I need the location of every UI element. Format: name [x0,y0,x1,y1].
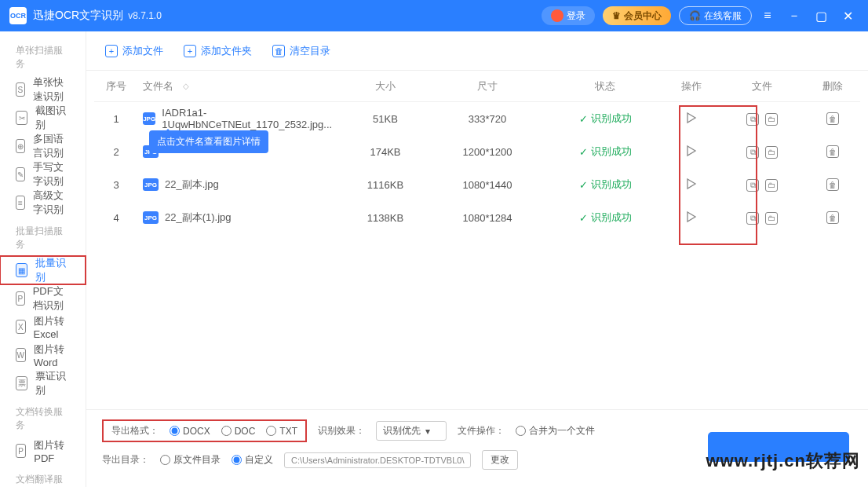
check-icon: ✓ [579,179,588,191]
sidebar-item[interactable]: S单张快速识别 [0,75,86,104]
sidebar-item[interactable]: ⊕多国语言识别 [0,132,86,160]
sidebar-item[interactable]: ▦批量识别 [0,256,86,284]
col-action: 操作 [664,79,719,93]
copy-icon[interactable]: ⧉ [746,212,759,225]
sidebar-item[interactable]: ≡高级文字识别 [0,189,86,217]
chevron-down-icon: ▾ [425,426,430,437]
cell-dim: 1080*1284 [429,212,546,224]
jpg-icon: JPG [143,211,159,224]
sidebar-item[interactable]: 票票证识别 [0,369,86,397]
sidebar-item[interactable]: X图片转Excel [0,313,86,341]
sidebar-item[interactable]: ✂截图识别 [0,104,86,132]
content: + 添加文件 + 添加文件夹 🗑 清空目录 序号 文件名 ◇ 大小 尺寸 [86,31,868,487]
menu-icon[interactable]: ≡ [757,9,779,23]
source-dir-radio[interactable]: 原文件目录 [160,453,221,467]
trash-icon: 🗑 [826,178,839,191]
svg-marker-3 [687,212,695,222]
sidebar-item-label: 截图识别 [35,104,70,132]
format-txt[interactable]: TXT [266,426,297,437]
sidebar-item[interactable]: ✎手写文字识别 [0,160,86,189]
add-file-button[interactable]: + 添加文件 [105,44,163,58]
folder-icon[interactable]: 🗀 [765,212,778,225]
svg-marker-2 [687,179,695,189]
sidebar-item-icon: ≡ [16,196,25,210]
sidebar-item[interactable]: P图片转PDF [0,437,86,465]
folder-icon[interactable]: 🗀 [765,179,778,192]
merge-radio[interactable]: 合并为一个文件 [516,424,595,438]
file-table: 序号 文件名 ◇ 大小 尺寸 状态 操作 文件 删除 1 JPG IADR1a1… [86,71,868,409]
check-icon: ✓ [579,113,588,125]
close-icon[interactable]: ✕ [837,9,859,24]
svg-marker-0 [687,113,695,123]
sidebar-item-label: 批量识别 [35,256,70,284]
file-op-label: 文件操作： [458,424,505,438]
sidebar-item[interactable]: W图片转Word [0,341,86,369]
sidebar-item-icon: P [16,444,26,458]
sidebar-item-label: PDF文档识别 [33,284,70,313]
cell-size: 1138KB [342,212,429,224]
custom-dir-radio[interactable]: 自定义 [232,453,273,467]
clear-list-button[interactable]: 🗑 清空目录 [272,44,330,58]
cell-action[interactable] [664,145,719,159]
sidebar-item-label: 图片转PDF [34,438,70,464]
vip-button[interactable]: ♛ 会员中心 [603,6,671,25]
cell-action[interactable] [664,211,719,225]
headset-icon: 🎧 [689,10,701,21]
sidebar-item-label: 单张快速识别 [33,75,70,104]
toolbar: + 添加文件 + 添加文件夹 🗑 清空目录 [86,31,868,71]
app-name: 迅捷OCR文字识别 [33,9,123,23]
col-index: 序号 [94,79,138,93]
cell-size: 174KB [342,146,429,158]
col-status: 状态 [546,79,664,93]
sidebar-group-header: 批量扫描服务 [0,217,86,256]
sidebar-item-label: 手写文字识别 [33,160,70,189]
app-version: v8.7.1.0 [128,10,162,21]
cell-dim: 1200*1200 [429,146,546,158]
sidebar-group-header: 文档翻译服务 [0,465,86,487]
jpg-icon: JPG [143,112,155,125]
minimize-icon[interactable]: － [783,8,805,24]
cell-delete[interactable]: 🗑 [805,211,860,225]
format-doc[interactable]: DOC [221,426,256,437]
cell-size: 51KB [342,113,429,125]
col-size: 大小 [342,79,429,93]
cell-delete[interactable]: 🗑 [805,178,860,192]
cell-status: ✓识别成功 [546,112,664,126]
cell-delete[interactable]: 🗑 [805,145,860,159]
effect-select[interactable]: 识别优先 ▾ [376,421,447,441]
sidebar-item[interactable]: PPDF文档识别 [0,284,86,313]
cell-delete[interactable]: 🗑 [805,112,860,126]
cell-status: ✓识别成功 [546,178,664,192]
play-icon [685,112,698,124]
cell-action[interactable] [664,112,719,126]
footer: 导出格式： DOCX DOC TXT 识别效果： 识别优先 ▾ 文件操作： 合并… [86,409,868,487]
cell-file: ⧉ 🗀 [719,211,805,225]
folder-icon[interactable]: 🗀 [765,113,778,126]
copy-icon[interactable]: ⧉ [746,113,759,126]
table-header: 序号 文件名 ◇ 大小 尺寸 状态 操作 文件 删除 [94,71,860,102]
sidebar-item-label: 图片转Word [34,342,70,368]
cell-action[interactable] [664,178,719,192]
sidebar-item-label: 高级文字识别 [33,189,70,217]
folder-icon[interactable]: 🗀 [765,146,778,159]
cell-name[interactable]: JPG 22_副本.jpg [138,178,342,192]
export-dir-label: 导出目录： [102,453,149,467]
customer-service-button[interactable]: 🎧 在线客服 [679,6,752,25]
cell-index: 1 [94,113,138,125]
change-path-button[interactable]: 更改 [482,450,518,470]
app-logo: OCR [9,7,27,24]
effect-label: 识别效果： [318,424,365,438]
maximize-icon[interactable]: ▢ [810,9,832,24]
copy-icon[interactable]: ⧉ [746,179,759,192]
copy-icon[interactable]: ⧉ [746,146,759,159]
login-button[interactable]: 登录 [542,6,595,25]
avatar-icon [551,9,563,22]
sidebar-group-header: 单张扫描服务 [0,36,86,75]
add-folder-button[interactable]: + 添加文件夹 [184,44,252,58]
col-name[interactable]: 文件名 ◇ [138,79,342,93]
sidebar-item-icon: S [16,82,25,97]
primary-action-button[interactable] [708,432,849,462]
sidebar-group-header: 文档转换服务 [0,397,86,437]
cell-name[interactable]: JPG 22_副本(1).jpg [138,211,342,225]
format-docx[interactable]: DOCX [170,426,210,437]
